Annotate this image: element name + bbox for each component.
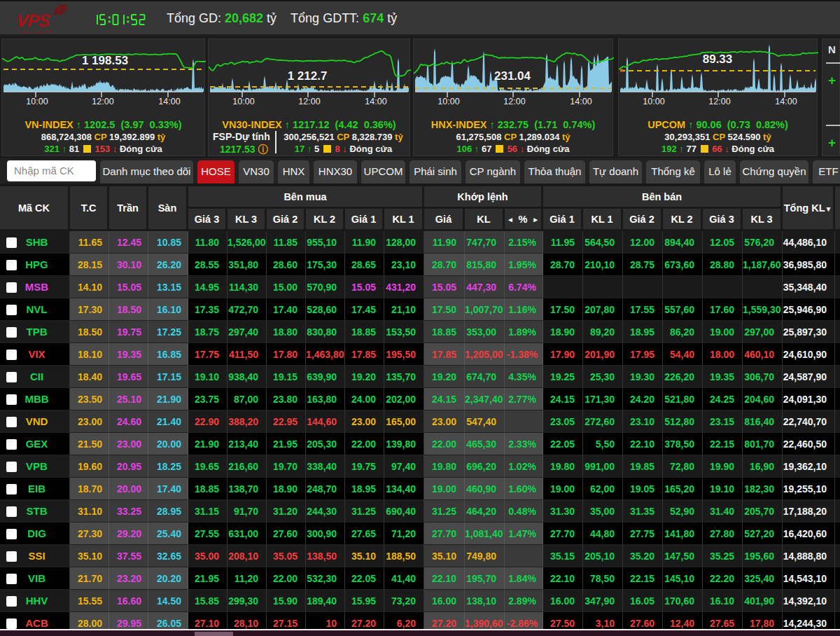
svg-text:14:00: 14:00 [570, 97, 592, 106]
svg-text:10:00: 10:00 [438, 97, 459, 106]
svg-text:14:00: 14:00 [365, 97, 386, 106]
svg-text:14:00: 14:00 [775, 97, 797, 106]
svg-text:89.33: 89.33 [703, 53, 733, 66]
svg-text:12:00: 12:00 [92, 97, 113, 106]
svg-text:10:00: 10:00 [26, 97, 48, 106]
svg-text:SECURITIES: SECURITIES [22, 31, 53, 34]
svg-text:12:00: 12:00 [708, 97, 730, 106]
svg-text:12:00: 12:00 [298, 97, 320, 106]
svg-text:10:00: 10:00 [643, 97, 664, 106]
svg-text:10:00: 10:00 [232, 97, 254, 106]
svg-text:14:00: 14:00 [158, 97, 180, 106]
svg-text:VPS: VPS [18, 11, 51, 30]
svg-text:12:00: 12:00 [503, 97, 525, 106]
svg-text:1 212.7: 1 212.7 [288, 69, 328, 83]
svg-text:1 198.53: 1 198.53 [82, 54, 128, 67]
svg-text:231.04: 231.04 [494, 69, 531, 83]
